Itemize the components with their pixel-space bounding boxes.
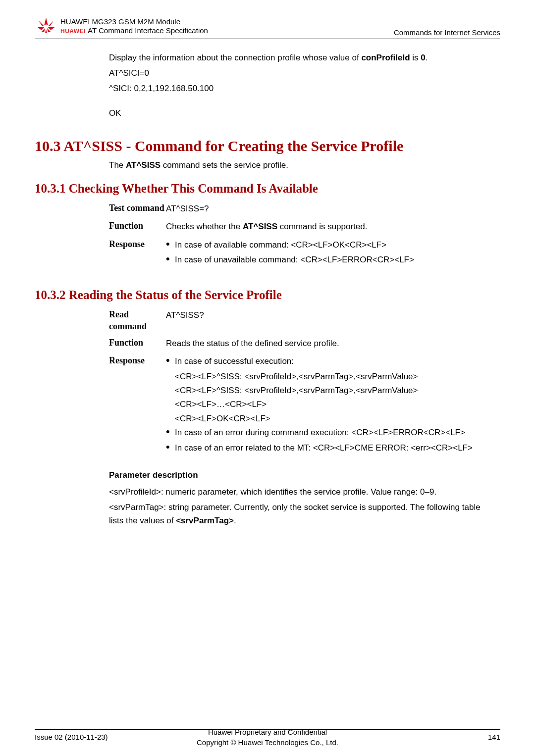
resp1032-bullet1: In case of successful execution: — [166, 355, 490, 368]
func1031-post: command is supported. — [277, 222, 367, 231]
resp1031-item-0: In case of available command: <CR><LF>OK… — [166, 239, 490, 252]
resp1032-sub3: <CR><LF>OK<CR><LF> — [166, 412, 490, 425]
value-test-command: AT^SISS=? — [166, 202, 490, 215]
resp1032-sub1: <CR><LF>^SISS: <srvProfileId>,<srvParmTa… — [166, 384, 490, 397]
resp1032-sub2: <CR><LF>…<CR><LF> — [166, 398, 490, 411]
intro-line3: ^SICI: 0,2,1,192.168.50.100 — [109, 82, 490, 95]
label-read-command: Read command — [109, 309, 166, 332]
header-line1: HUAWEI MG323 GSM M2M Module — [60, 17, 208, 26]
value-read-command: AT^SISS? — [166, 309, 490, 332]
subsection-1031-title: 10.3.1 Checking Whether This Command Is … — [35, 182, 500, 196]
func1031-bold: AT^SISS — [243, 222, 277, 231]
huawei-logo-icon — [35, 15, 57, 38]
s103-sub-pre: The — [109, 160, 126, 170]
intro-line1-post: . — [426, 53, 428, 62]
row-response-1032: Response In case of successful execution… — [109, 355, 490, 456]
footer-left: Issue 02 (2010-11-23) — [35, 733, 108, 741]
resp1031-item-1: In case of unavailable command: <CR><LF>… — [166, 253, 490, 266]
table-1032: Read command AT^SISS? Function Reads the… — [109, 309, 490, 456]
footer-center2: Copyright © Huawei Technologies Co., Ltd… — [197, 738, 338, 747]
header-right: Commands for Internet Services — [394, 28, 500, 38]
section-103-sub: The AT^SISS command sets the service pro… — [109, 158, 490, 172]
intro-line1: Display the information about the connec… — [109, 51, 490, 64]
intro-line1-mid: is — [410, 53, 421, 62]
resp1032-sub0: <CR><LF>^SISS: <srvProfileId>,<srvParmTa… — [166, 370, 490, 383]
logo-text-block: HUAWEI MG323 GSM M2M Module HUAWEI AT Co… — [57, 17, 208, 35]
page-root: HUAWEI MG323 GSM M2M Module HUAWEI AT Co… — [0, 0, 535, 756]
s103-sub-post: command sets the service profile. — [160, 160, 288, 170]
intro-line1-bold2: 0 — [421, 53, 425, 62]
footer-center1: Huawei Proprietary and Confidential — [208, 728, 327, 736]
intro-line1-bold1: conProfileId — [361, 53, 410, 62]
row-test-command: Test command AT^SISS=? — [109, 202, 490, 215]
func1031-pre: Checks whether the — [166, 222, 243, 231]
table-1031: Test command AT^SISS=? Function Checks w… — [109, 202, 490, 268]
param-desc-p1: <srvProfileId>: numeric parameter, which… — [109, 485, 490, 499]
brand-text: HUAWEI — [60, 28, 86, 35]
value-response-1032: In case of successful execution: <CR><LF… — [166, 355, 490, 456]
intro-ok: OK — [109, 106, 490, 120]
value-function-1031: Checks whether the AT^SISS command is su… — [166, 220, 490, 233]
param-desc-block: Parameter description <srvProfileId>: nu… — [109, 470, 490, 528]
row-response-1031: Response In case of available command: <… — [109, 239, 490, 269]
intro-line1-pre: Display the information about the connec… — [109, 53, 361, 62]
page-footer: Issue 02 (2010-11-23) Huawei Proprietary… — [35, 729, 500, 741]
param-p2-bold: <srvParmTag> — [176, 516, 234, 525]
param-p2-pre: <srvParmTag>: string parameter. Currentl… — [109, 503, 481, 525]
label-function-1031: Function — [109, 220, 166, 233]
header-line2: AT Command Interface Specification — [88, 26, 208, 35]
intro-line2: AT^SICI=0 — [109, 66, 490, 80]
subsection-1032-title: 10.3.2 Reading the Status of the Service… — [35, 288, 500, 302]
row-function-1032: Function Reads the status of the defined… — [109, 337, 490, 350]
value-function-1032: Reads the status of the defined service … — [166, 337, 490, 350]
param-p2-post: . — [234, 516, 236, 525]
label-response-1032: Response — [109, 355, 166, 456]
resp1032-bullet2: In case of an error during command execu… — [166, 426, 490, 439]
row-read-command: Read command AT^SISS? — [109, 309, 490, 332]
row-function-1031: Function Checks whether the AT^SISS comm… — [109, 220, 490, 233]
page-header: HUAWEI MG323 GSM M2M Module HUAWEI AT Co… — [35, 15, 500, 39]
footer-page-number: 141 — [488, 733, 500, 741]
label-test-command: Test command — [109, 202, 166, 215]
intro-block: Display the information about the connec… — [109, 51, 490, 120]
label-function-1032: Function — [109, 337, 166, 350]
resp1032-bullet3: In case of an error related to the MT: <… — [166, 442, 490, 454]
section-103-title: 10.3 AT^SISS - Command for Creating the … — [35, 138, 500, 154]
param-desc-heading: Parameter description — [109, 470, 490, 480]
logo-block: HUAWEI MG323 GSM M2M Module HUAWEI AT Co… — [35, 15, 208, 38]
value-response-1031: In case of available command: <CR><LF>OK… — [166, 239, 490, 269]
param-desc-p2: <srvParmTag>: string parameter. Currentl… — [109, 501, 490, 527]
s103-sub-bold: AT^SISS — [126, 160, 160, 170]
label-response-1031: Response — [109, 239, 166, 269]
